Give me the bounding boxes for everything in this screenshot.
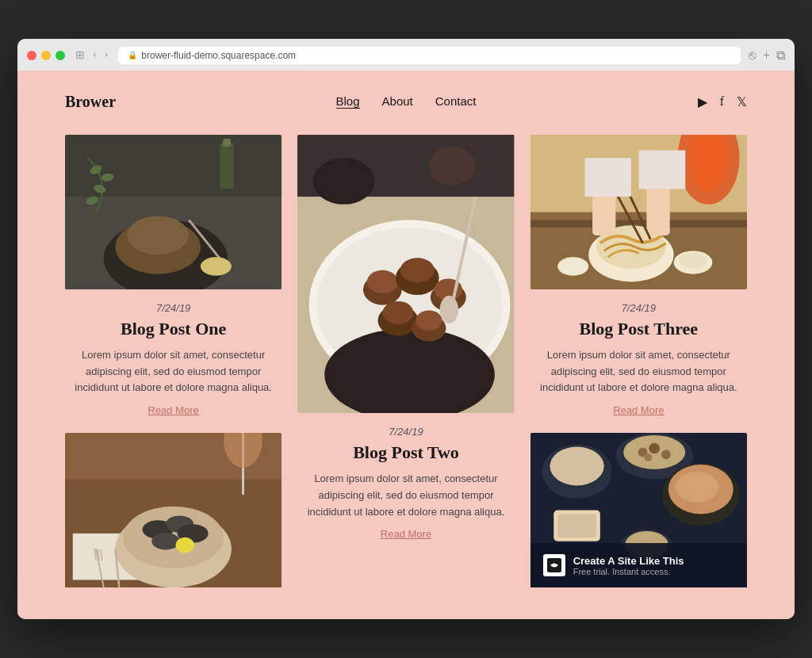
url-text: brower-fluid-demo.squarespace.com bbox=[141, 50, 296, 61]
navigation: Brower Blog About Contact ▶ f 𝕏 bbox=[17, 71, 795, 127]
post-card-2: 7/24/19 Blog Post Two Lorem ipsum dolor … bbox=[297, 135, 514, 588]
svg-point-77 bbox=[675, 472, 718, 503]
cta-title: Create A Site Like This bbox=[573, 555, 684, 567]
nav-link-about[interactable]: About bbox=[382, 94, 413, 108]
post-card-5: Baked Meat Create A Site Like This Fr bbox=[530, 433, 747, 587]
new-tab-icon[interactable]: + bbox=[763, 48, 770, 63]
browser-actions: ⎋ + ⧉ bbox=[749, 48, 785, 63]
svg-point-58 bbox=[176, 537, 194, 553]
nav-link-blog[interactable]: Blog bbox=[336, 94, 360, 109]
browser-top-bar: ⊞ ‹ › 🔒 brower-fluid-demo.squarespace.co… bbox=[27, 47, 785, 64]
youtube-icon[interactable]: ▶ bbox=[698, 94, 707, 109]
post-card-3: 7/24/19 Blog Post Three Lorem ipsum dolo… bbox=[530, 135, 747, 418]
cta-text: Create A Site Like This Free trial. Inst… bbox=[573, 555, 684, 576]
post-1-excerpt: Lorem ipsum dolor sit amet, consectetur … bbox=[65, 347, 282, 396]
svg-point-20 bbox=[400, 258, 435, 282]
close-button[interactable] bbox=[27, 51, 36, 60]
post-3-meta: 7/24/19 Blog Post Three Lorem ipsum dolo… bbox=[530, 302, 747, 417]
squarespace-logo bbox=[543, 554, 565, 576]
svg-point-30 bbox=[313, 158, 375, 205]
svg-point-73 bbox=[661, 450, 671, 460]
svg-point-4 bbox=[127, 216, 189, 254]
nav-item-about[interactable]: About bbox=[382, 94, 413, 109]
post-card-4 bbox=[65, 433, 282, 587]
cta-subtitle: Free trial. Instant access. bbox=[573, 567, 684, 576]
post-1-read-more[interactable]: Read More bbox=[148, 404, 199, 416]
svg-point-42 bbox=[557, 257, 588, 275]
post-2-date: 7/24/19 bbox=[297, 426, 514, 438]
browser-chrome: ⊞ ‹ › 🔒 brower-fluid-demo.squarespace.co… bbox=[17, 39, 795, 71]
svg-point-31 bbox=[429, 146, 476, 185]
nav-item-blog[interactable]: Blog bbox=[336, 94, 360, 109]
site-brand[interactable]: Brower bbox=[65, 93, 293, 111]
svg-point-68 bbox=[550, 447, 603, 486]
share-icon[interactable]: ⎋ bbox=[749, 48, 756, 63]
forward-icon[interactable]: › bbox=[102, 48, 111, 62]
svg-point-28 bbox=[440, 296, 458, 323]
traffic-lights bbox=[27, 51, 65, 60]
post-card-1: 7/24/19 Blog Post One Lorem ipsum dolor … bbox=[65, 135, 282, 418]
blog-grid: 7/24/19 Blog Post One Lorem ipsum dolor … bbox=[17, 127, 795, 620]
browser-window: ⊞ ‹ › 🔒 brower-fluid-demo.squarespace.co… bbox=[17, 39, 795, 620]
lock-icon: 🔒 bbox=[128, 51, 137, 59]
facebook-icon[interactable]: f bbox=[720, 94, 724, 109]
svg-point-57 bbox=[151, 533, 179, 549]
nav-item-contact[interactable]: Contact bbox=[435, 94, 477, 109]
post-1-meta: 7/24/19 Blog Post One Lorem ipsum dolor … bbox=[65, 302, 282, 417]
svg-rect-12 bbox=[223, 138, 231, 146]
post-2-image bbox=[297, 135, 514, 413]
post-2-title: Blog Post Two bbox=[297, 442, 514, 463]
svg-point-41 bbox=[679, 252, 707, 268]
twitter-icon[interactable]: 𝕏 bbox=[737, 94, 747, 109]
post-2-excerpt: Lorem ipsum dolor sit amet, consectetur … bbox=[297, 471, 514, 520]
post-3-read-more[interactable]: Read More bbox=[613, 404, 664, 416]
post-3-title: Blog Post Three bbox=[530, 319, 747, 339]
minimize-button[interactable] bbox=[41, 51, 51, 60]
post-3-image bbox=[530, 135, 747, 289]
post-1-date: 7/24/19 bbox=[65, 302, 282, 314]
browser-controls: ⊞ ‹ › bbox=[73, 48, 110, 62]
svg-rect-11 bbox=[220, 142, 234, 189]
post-4-image bbox=[65, 433, 282, 587]
post-3-date: 7/24/19 bbox=[530, 302, 747, 314]
svg-point-74 bbox=[644, 454, 652, 462]
post-2-meta: 7/24/19 Blog Post Two Lorem ipsum dolor … bbox=[297, 426, 514, 541]
nav-link-contact[interactable]: Contact bbox=[435, 94, 477, 108]
post-3-excerpt: Lorem ipsum dolor sit amet, consectetur … bbox=[530, 347, 747, 396]
svg-point-26 bbox=[416, 310, 442, 330]
svg-point-6 bbox=[201, 257, 232, 275]
website-content: Brower Blog About Contact ▶ f 𝕏 bbox=[17, 71, 795, 620]
svg-point-72 bbox=[649, 443, 660, 454]
svg-point-24 bbox=[383, 300, 414, 323]
svg-rect-47 bbox=[584, 158, 631, 197]
post-1-title: Blog Post One bbox=[65, 319, 282, 339]
maximize-button[interactable] bbox=[56, 51, 65, 60]
post-1-image bbox=[65, 135, 282, 289]
social-links: ▶ f 𝕏 bbox=[519, 94, 747, 109]
address-bar[interactable]: 🔒 brower-fluid-demo.squarespace.com bbox=[118, 47, 741, 64]
sidebar-toggle-icon[interactable]: ⊞ bbox=[73, 48, 87, 62]
cta-overlay[interactable]: Create A Site Like This Free trial. Inst… bbox=[530, 543, 747, 587]
svg-point-18 bbox=[367, 270, 398, 293]
back-icon[interactable]: ‹ bbox=[90, 48, 99, 62]
tabs-icon[interactable]: ⧉ bbox=[776, 48, 785, 63]
post-2-read-more[interactable]: Read More bbox=[381, 528, 431, 540]
svg-rect-48 bbox=[638, 150, 685, 189]
nav-links: Blog About Contact bbox=[293, 94, 520, 109]
svg-rect-79 bbox=[557, 515, 596, 537]
